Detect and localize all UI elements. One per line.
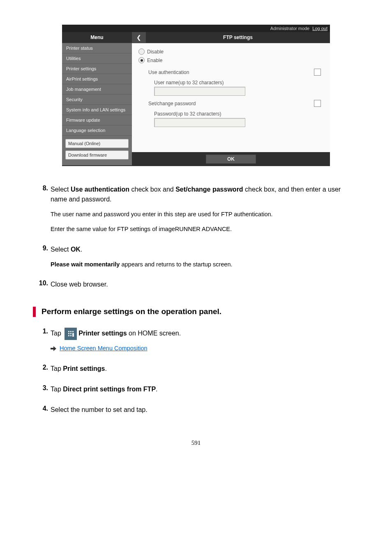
user-name-input[interactable] bbox=[154, 87, 245, 96]
mode-bar: Administrator mode Log out bbox=[62, 25, 330, 32]
step-text: Close web browser. bbox=[51, 280, 357, 289]
step-number: 8. bbox=[35, 185, 51, 234]
page-number: 591 bbox=[35, 439, 357, 446]
section-heading: Perform enlarge settings on the operatio… bbox=[33, 307, 357, 317]
section2-step-3: 3. Tap Direct print settings from FTP. bbox=[35, 384, 357, 394]
section2-step-1: 1. Tap Printer settings on HOME screen. … bbox=[35, 328, 357, 353]
step-text: Select Use authentication check box and … bbox=[51, 186, 341, 203]
sidebar-item-job-management[interactable]: Job management bbox=[62, 84, 132, 95]
radio-enable[interactable]: Enable bbox=[138, 56, 323, 65]
back-chevron-icon[interactable]: ❮ bbox=[132, 32, 146, 43]
arrow-icon bbox=[51, 346, 56, 351]
section2-step-4: 4. Select the number to set and tap. bbox=[35, 405, 357, 415]
step-number: 1. bbox=[35, 328, 51, 353]
step-subtext: Please wait momentarily appears and retu… bbox=[51, 260, 357, 269]
step-number: 9. bbox=[35, 245, 51, 269]
radio-icon bbox=[138, 57, 145, 63]
password-label: Password(up to 32 characters) bbox=[154, 111, 318, 117]
sidebar-header: Menu bbox=[62, 32, 132, 43]
step-text: Select the number to set and tap. bbox=[51, 405, 357, 415]
radio-icon bbox=[138, 49, 145, 55]
step-text: Tap Printer settings on HOME screen. bbox=[51, 330, 181, 337]
section2-step-2: 2. Tap Print settings. bbox=[35, 364, 357, 374]
step-number: 3. bbox=[35, 384, 51, 394]
use-authentication-checkbox[interactable] bbox=[314, 69, 321, 76]
ok-button[interactable]: OK bbox=[206, 155, 256, 164]
sidebar-item-language-selection[interactable]: Language selection bbox=[62, 125, 132, 136]
sidebar-item-utilities[interactable]: Utilities bbox=[62, 53, 132, 64]
user-name-label: User name(up to 32 characters) bbox=[154, 80, 318, 86]
sidebar-item-system-info[interactable]: System info and LAN settings bbox=[62, 105, 132, 115]
sidebar-item-printer-settings[interactable]: Printer settings bbox=[62, 64, 132, 74]
sidebar-item-airprint-settings[interactable]: AirPrint settings bbox=[62, 74, 132, 84]
step-10: 10. Close web browser. bbox=[35, 280, 357, 289]
panel-title: FTP settings bbox=[146, 32, 330, 43]
set-change-password-label: Set/change password bbox=[148, 101, 196, 106]
step-number: 10. bbox=[35, 280, 51, 289]
radio-disable[interactable]: Disable bbox=[138, 47, 323, 56]
step-subtext-1: The user name and password you enter in … bbox=[51, 210, 357, 219]
sidebar: Menu Printer status Utilities Printer se… bbox=[62, 32, 132, 166]
set-change-password-checkbox[interactable] bbox=[314, 100, 321, 107]
step-8: 8. Select Use authentication check box a… bbox=[35, 185, 357, 234]
mode-label: Administrator mode bbox=[270, 26, 309, 31]
step-9: 9. Select OK. Please wait momentarily ap… bbox=[35, 245, 357, 269]
step-text: Select OK. bbox=[51, 246, 82, 253]
step-number: 4. bbox=[35, 405, 51, 415]
step-text: Tap Print settings. bbox=[51, 364, 357, 374]
sidebar-item-security[interactable]: Security bbox=[62, 95, 132, 105]
printer-settings-icon bbox=[65, 328, 77, 340]
password-input[interactable] bbox=[154, 118, 245, 127]
radio-label-enable: Enable bbox=[147, 58, 162, 63]
sidebar-item-firmware-update[interactable]: Firmware update bbox=[62, 115, 132, 125]
step-text: Tap Direct print settings from FTP. bbox=[51, 384, 357, 394]
radio-label-disable: Disable bbox=[147, 49, 164, 55]
step-number: 2. bbox=[35, 364, 51, 374]
manual-online-button[interactable]: Manual (Online) bbox=[65, 139, 129, 148]
use-authentication-label: Use authentication bbox=[148, 69, 189, 75]
sidebar-item-printer-status[interactable]: Printer status bbox=[62, 43, 132, 53]
step-subtext-2: Enter the same value for FTP settings of… bbox=[51, 225, 357, 234]
remote-ui-screenshot: Administrator mode Log out Menu Printer … bbox=[62, 25, 330, 166]
logout-link[interactable]: Log out bbox=[312, 26, 327, 31]
home-screen-link[interactable]: Home Screen Menu Composition bbox=[60, 344, 148, 353]
download-firmware-button[interactable]: Download firmware bbox=[65, 150, 129, 160]
